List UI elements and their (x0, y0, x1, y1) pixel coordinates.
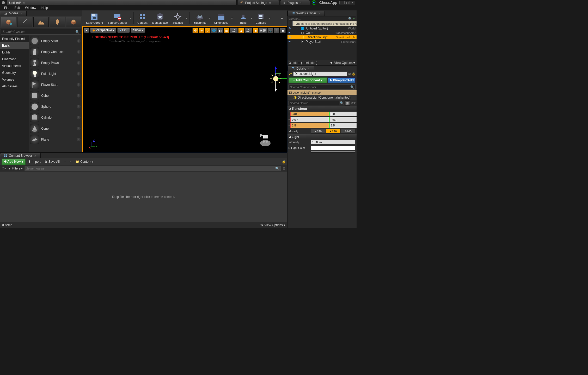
mode-foliage[interactable] (50, 17, 65, 27)
search-classes[interactable]: 🔍 (1, 29, 81, 35)
category-visual-effects[interactable]: Visual Effects (0, 63, 29, 69)
viewport[interactable]: ▾ ◆Perspective▾ ●Lit▾ Show▾ ✥ ⟲ ⤢ 🌐 ◧ ▦ … (82, 26, 287, 152)
directional-light-gizmo[interactable] (265, 66, 287, 98)
section-transform[interactable]: Transform (287, 106, 357, 111)
vp-camera-speed-icon[interactable]: 📷 (267, 28, 273, 33)
visibility-eye-icon[interactable]: 👁 (289, 36, 292, 39)
asset-cylinder[interactable]: Cylinderi (29, 112, 82, 123)
save-search-icon[interactable]: 🗎 (283, 167, 286, 170)
toolbar-overflow[interactable]: » (278, 15, 286, 21)
actor-name-input[interactable] (293, 71, 347, 76)
locate-icon[interactable]: ◎ (348, 72, 351, 76)
category-basic[interactable]: Basic (0, 42, 29, 49)
vp-globe[interactable]: 🌐 (211, 28, 217, 33)
content-drop-area[interactable]: Drop files here or right click to create… (0, 172, 287, 222)
visibility-eye-icon[interactable]: 👁 (289, 31, 292, 34)
nav-back[interactable]: ← (63, 160, 68, 164)
import-button[interactable]: ⬇Import (27, 159, 42, 164)
component-child[interactable]: ✨ DirectionalLightComponent (Inherited) (287, 95, 357, 100)
blueprints-dropdown[interactable]: ▾ (208, 14, 211, 23)
search-classes-input[interactable] (3, 30, 75, 34)
vp-maximize[interactable]: ▣ (280, 28, 286, 33)
category-lights[interactable]: Lights (0, 49, 29, 56)
menu-file[interactable]: File (2, 5, 12, 10)
vp-surface[interactable]: ◧ (217, 28, 223, 33)
menu-edit[interactable]: Edit (12, 5, 22, 10)
source-control-button[interactable]: Source Control (106, 11, 129, 25)
search-assets-input[interactable] (26, 167, 275, 170)
info-icon[interactable]: i (77, 83, 81, 87)
content-button[interactable]: Content (135, 11, 150, 25)
visibility-filter-icon[interactable]: 👁▾ (351, 101, 356, 105)
cinematics-dropdown[interactable]: ▾ (230, 14, 234, 23)
asset-plane[interactable]: Planei (29, 134, 82, 145)
add-component-button[interactable]: + Add Component ▾ (289, 77, 327, 83)
show-button[interactable]: Show▾ (131, 28, 145, 33)
visibility-eye-icon[interactable]: 👁 (289, 27, 292, 30)
category-volumes[interactable]: Volumes (0, 76, 29, 83)
scale-x[interactable] (290, 123, 329, 128)
close-icon[interactable]: × (22, 1, 25, 4)
asset-cone[interactable]: Conei (29, 123, 82, 134)
category-recently-placed[interactable]: Recently Placed (0, 35, 29, 42)
sources-toggle-icon[interactable]: ⬚≡ (2, 167, 6, 170)
outliner-search[interactable]: 🔍 + Type here to search (pressing enter … (288, 16, 356, 21)
info-icon[interactable]: i (77, 50, 81, 54)
title-tab-map[interactable]: Untitled*× (7, 0, 237, 5)
outliner-row-cube[interactable]: 👁▢CubeStaticMeshActor (287, 31, 357, 35)
asset-empty-pawn[interactable]: Empty Pawni (29, 57, 82, 68)
info-icon[interactable]: i (77, 127, 81, 130)
outliner-row-playerstart[interactable]: 👁⚑PlayerStartPlayerStart (287, 39, 357, 44)
vp-angle-size[interactable]: 10° (244, 28, 252, 33)
menu-window[interactable]: Window (22, 5, 39, 10)
search-components-input[interactable] (290, 86, 350, 89)
title-tab-plugins[interactable]: Plugins× (280, 0, 310, 5)
mobility-movable[interactable]: ✥ Mo (341, 129, 356, 134)
lock-icon[interactable]: 🔓 (352, 72, 356, 76)
view-options-btn[interactable]: 👁 View Options ▾ (330, 61, 355, 65)
intensity-input[interactable] (311, 140, 356, 144)
rotation-x[interactable] (290, 117, 329, 122)
vp-rotate-mode[interactable]: ⟲ (199, 28, 204, 33)
mode-landscape[interactable] (33, 17, 48, 27)
save-current-button[interactable]: Save Current (84, 11, 105, 25)
section-light[interactable]: Light (287, 134, 357, 139)
close-icon[interactable]: × (268, 1, 272, 4)
maximize-button[interactable]: ▢ (345, 1, 350, 4)
close-icon[interactable]: × (299, 1, 302, 4)
build-button[interactable]: Build (237, 11, 250, 25)
component-root[interactable]: DirectionalLight(Instance) (287, 90, 357, 95)
cinematics-button[interactable]: Cinematics (212, 11, 230, 25)
search-details-input[interactable] (289, 101, 339, 105)
nav-fwd[interactable]: → (68, 160, 72, 164)
asset-cube[interactable]: Cubei (29, 90, 82, 101)
modes-tab[interactable]: Modes× (0, 11, 27, 16)
asset-player-start[interactable]: Player Starti (29, 79, 82, 90)
info-icon[interactable]: i (77, 61, 81, 65)
lit-button[interactable]: ●Lit▾ (117, 28, 130, 33)
mobility-stationary[interactable]: ✦ Sta (326, 129, 341, 134)
cb-view-options[interactable]: 👁 View Options ▾ (260, 223, 285, 227)
mode-place[interactable] (1, 17, 16, 27)
vp-scale-snap[interactable]: ▣ (253, 28, 259, 33)
vp-grid-size[interactable]: 10 (230, 28, 238, 33)
perspective-button[interactable]: ◆Perspective▾ (90, 28, 116, 33)
build-dropdown[interactable]: ▾ (250, 14, 253, 23)
vp-scale-mode[interactable]: ⤢ (205, 28, 211, 33)
visibility-eye-icon[interactable]: 👁 (289, 40, 292, 43)
close-icon[interactable]: × (20, 12, 23, 15)
location-y[interactable] (329, 112, 357, 116)
source-control-dropdown[interactable]: ▾ (129, 14, 132, 23)
save-all-button[interactable]: 🗎Save All (43, 159, 61, 164)
vp-camera-speed[interactable]: 4 (274, 28, 279, 33)
vp-angle-snap[interactable]: ◢ (238, 28, 244, 33)
path-segment[interactable]: Content (80, 160, 91, 164)
vp-grid-snap[interactable]: ▦ (224, 28, 229, 33)
vp-select-mode[interactable]: ✥ (192, 28, 198, 33)
vp-scale-size[interactable]: 0.25 (259, 28, 267, 33)
info-icon[interactable]: i (77, 39, 81, 43)
compile-button[interactable]: Compile (254, 11, 268, 25)
location-x[interactable] (290, 112, 329, 116)
outliner-row-directionallight[interactable]: 👁✨DirectionalLightDirectionalLight (287, 35, 357, 39)
property-matrix-icon[interactable]: ▦ (345, 100, 350, 106)
